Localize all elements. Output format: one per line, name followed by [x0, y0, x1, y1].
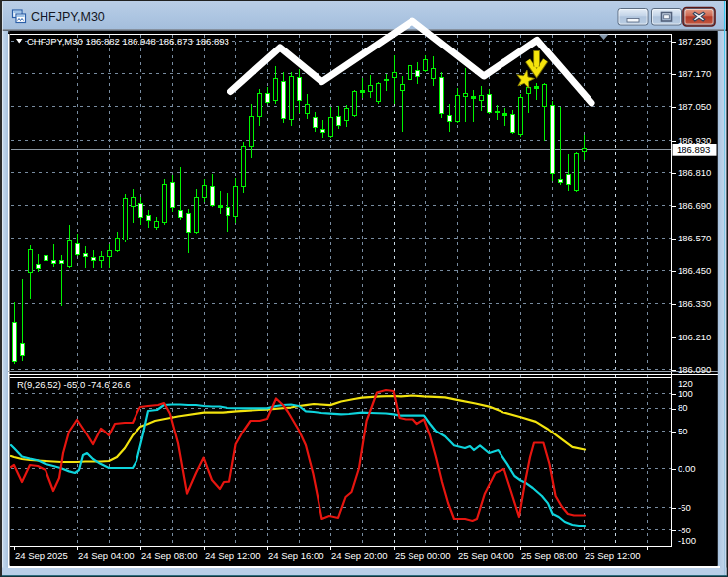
svg-text:25 Sep 08:00: 25 Sep 08:00 [521, 550, 578, 561]
svg-text:CHFJPY,M30 186.882 186.948 186: CHFJPY,M30 186.882 186.948 186.873 186.8… [27, 36, 229, 47]
svg-text:186.210: 186.210 [678, 332, 711, 342]
svg-text:186.810: 186.810 [678, 167, 711, 178]
svg-text:186.893: 186.893 [677, 144, 710, 155]
svg-text:25 Sep 04:00: 25 Sep 04:00 [458, 550, 514, 561]
svg-text:186.330: 186.330 [678, 298, 711, 309]
svg-text:187.170: 187.170 [678, 68, 711, 79]
svg-text:R(9,26,52) -65.0 -74.6 26.6: R(9,26,52) -65.0 -74.6 26.6 [17, 379, 131, 390]
svg-text:0.00: 0.00 [678, 463, 696, 474]
svg-text:24 Sep 20:00: 24 Sep 20:00 [331, 550, 388, 561]
svg-text:100: 100 [678, 388, 693, 399]
svg-text:CHFJPY,M30: CHFJPY,M30 [31, 10, 105, 24]
svg-text:24 Sep 08:00: 24 Sep 08:00 [141, 550, 198, 561]
svg-text:-80: -80 [678, 525, 691, 535]
svg-text:-50: -50 [678, 502, 691, 513]
svg-text:80: 80 [678, 402, 688, 413]
svg-text:25 Sep 00:00: 25 Sep 00:00 [395, 550, 451, 561]
svg-text:24 Sep 04:00: 24 Sep 04:00 [78, 550, 135, 561]
svg-text:25 Sep 12:00: 25 Sep 12:00 [585, 550, 641, 561]
svg-text:186.090: 186.090 [678, 364, 711, 375]
svg-text:186.570: 186.570 [678, 233, 711, 243]
svg-text:24 Sep 16:00: 24 Sep 16:00 [268, 550, 324, 561]
svg-text:186.690: 186.690 [678, 200, 711, 211]
svg-text:-100: -100 [678, 535, 696, 546]
svg-text:187.290: 187.290 [678, 36, 711, 47]
svg-text:187.050: 187.050 [678, 101, 711, 112]
svg-text:50: 50 [678, 426, 688, 436]
svg-text:24 Sep 12:00: 24 Sep 12:00 [205, 550, 261, 561]
svg-text:24 Sep 2025: 24 Sep 2025 [15, 550, 68, 561]
svg-text:186.450: 186.450 [678, 265, 711, 276]
